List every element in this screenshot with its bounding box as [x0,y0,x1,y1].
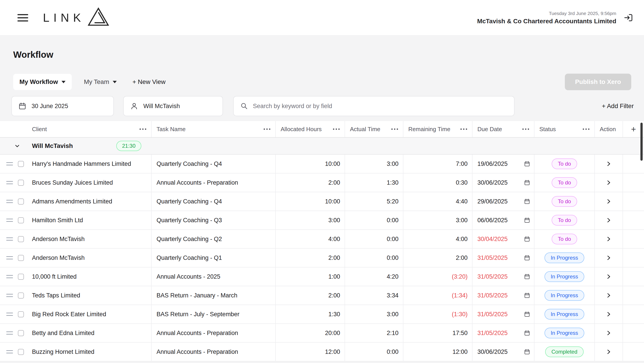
calendar-icon[interactable] [524,292,530,298]
status-badge[interactable]: To do [552,158,577,169]
date-filter[interactable]: 30 June 2025 [12,96,114,116]
column-menu-icon[interactable] [391,127,398,131]
row-checkbox[interactable] [18,255,24,261]
drag-handle-icon[interactable] [6,294,13,297]
header-task-name: Task Name [151,121,275,137]
action-cell[interactable] [594,286,622,305]
column-menu-icon[interactable] [263,127,271,131]
row-select-cell [0,249,27,267]
column-menu-icon[interactable] [139,127,147,131]
due-date-cell[interactable]: 30/04/2025 [472,230,534,248]
due-date-cell[interactable]: 19/06/2025 [472,155,534,173]
drag-handle-icon[interactable] [6,162,13,165]
calendar-icon[interactable] [524,180,530,186]
row-select-cell [0,155,27,173]
due-date-cell[interactable]: 31/05/2025 [472,249,534,267]
empty-cell [622,192,644,211]
search-input[interactable] [253,103,507,110]
calendar-icon[interactable] [524,330,530,336]
new-view-button[interactable]: + New View [132,78,166,86]
task-name-cell: Quarterly Coaching - Q4 [151,192,275,211]
brand-logo[interactable]: LINK [43,9,110,27]
drag-handle-icon[interactable] [6,200,13,203]
row-checkbox[interactable] [18,330,24,336]
group-collapse-chevron-icon[interactable] [0,138,27,154]
row-checkbox[interactable] [18,311,24,317]
chevron-right-icon [606,161,612,167]
row-checkbox[interactable] [18,198,24,205]
column-menu-icon[interactable] [522,127,530,131]
status-badge[interactable]: To do [552,177,577,188]
due-date-cell[interactable]: 31/05/2025 [472,305,534,323]
due-date-cell[interactable]: 06/06/2025 [472,211,534,229]
drag-handle-icon[interactable] [6,219,13,222]
action-cell[interactable] [594,267,622,286]
user-filter[interactable]: Will McTavish [123,96,223,116]
filters-row: 30 June 2025 Will McTavish + Add Filter [0,96,644,116]
status-badge[interactable]: In Progress [544,309,584,319]
row-checkbox[interactable] [18,217,24,223]
add-filter-button[interactable]: + Add Filter [602,103,634,110]
row-checkbox[interactable] [18,161,24,167]
status-badge[interactable]: In Progress [544,290,584,301]
calendar-icon[interactable] [524,274,530,279]
calendar-icon[interactable] [524,255,530,261]
action-cell[interactable] [594,192,622,211]
table-row: Buzzing Hornet Limited Annual Accounts -… [0,343,644,361]
due-date-cell[interactable]: 31/05/2025 [472,286,534,305]
due-date-cell[interactable]: 29/06/2025 [472,192,534,211]
row-checkbox[interactable] [18,349,24,355]
logout-icon[interactable] [623,12,634,23]
drag-handle-icon[interactable] [6,181,13,184]
status-badge[interactable]: To do [552,215,577,226]
drag-handle-icon[interactable] [6,313,13,316]
due-date-cell[interactable]: 31/05/2025 [472,267,534,286]
column-menu-icon[interactable] [582,127,590,131]
action-cell[interactable] [594,211,622,229]
calendar-icon[interactable] [524,217,530,223]
calendar-icon[interactable] [524,236,530,242]
status-badge[interactable]: To do [552,234,577,244]
row-select-cell [0,324,27,342]
status-badge[interactable]: In Progress [544,328,584,338]
drag-handle-icon[interactable] [6,350,13,353]
action-cell[interactable] [594,305,622,323]
column-menu-icon[interactable] [460,127,468,131]
action-cell[interactable] [594,324,622,342]
calendar-icon[interactable] [524,349,530,355]
tab-my-workflow[interactable]: My Workflow [13,74,72,90]
action-cell[interactable] [594,343,622,361]
calendar-icon[interactable] [524,161,530,167]
chevron-right-icon [606,330,612,336]
row-checkbox[interactable] [18,180,24,186]
user-icon [130,102,138,110]
row-checkbox[interactable] [18,292,24,298]
calendar-icon[interactable] [524,311,530,317]
status-badge[interactable]: In Progress [544,252,584,263]
chevron-right-icon [606,349,612,355]
group-row: Will McTavish 21:30 [0,138,644,155]
drag-handle-icon[interactable] [6,275,13,278]
column-menu-icon[interactable] [332,127,340,131]
publish-to-xero-button[interactable]: Publish to Xero [565,74,631,90]
status-badge[interactable]: Completed [545,346,584,357]
calendar-icon[interactable] [524,198,530,204]
chevron-right-icon [606,217,612,223]
drag-handle-icon[interactable] [6,256,13,259]
due-date-cell[interactable]: 31/05/2025 [472,324,534,342]
status-badge[interactable]: In Progress [544,271,584,282]
row-checkbox[interactable] [18,236,24,242]
drag-handle-icon[interactable] [6,237,13,241]
scrollbar[interactable] [640,123,643,161]
row-checkbox[interactable] [18,274,24,280]
due-date-cell[interactable]: 30/06/2025 [472,343,534,361]
action-cell[interactable] [594,173,622,192]
tab-my-team[interactable]: My Team [78,74,123,90]
action-cell[interactable] [594,249,622,267]
action-cell[interactable] [594,155,622,173]
due-date-cell[interactable]: 30/06/2025 [472,173,534,192]
action-cell[interactable] [594,230,622,248]
status-badge[interactable]: To do [552,196,577,207]
menu-icon[interactable] [18,14,28,22]
drag-handle-icon[interactable] [6,331,13,334]
